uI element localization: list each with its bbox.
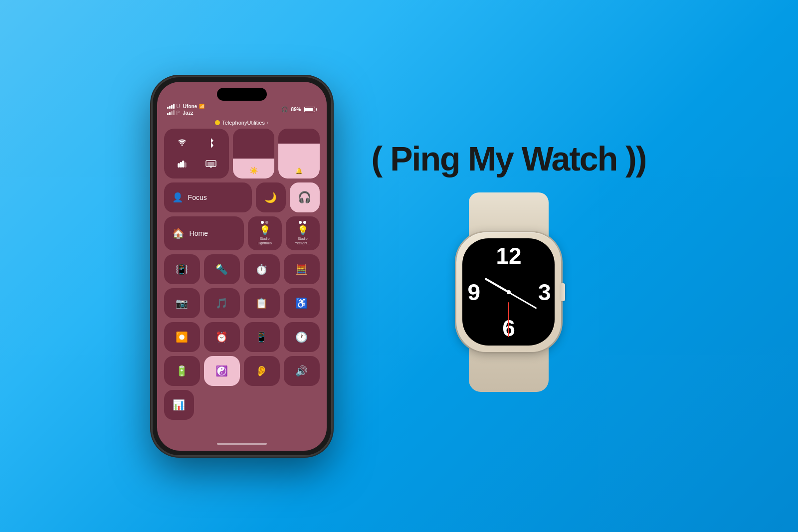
watch-crown [560,283,565,301]
cellular-toggle-icon[interactable] [169,155,195,174]
signal-bars-1 [167,104,175,109]
screen-mirror-icon[interactable] [198,155,224,174]
status-bar: U Ufone 📶 P Jazz [157,101,327,118]
cc-icon-row-3: ⏺️ ⏰ 📱 🕐 [164,322,320,352]
carrier-2-row: P Jazz [167,110,205,116]
telephony-dot-icon [215,120,220,125]
notes-btn[interactable]: 📋 [244,288,280,318]
ping-watch-icon: 📳 [176,263,188,275]
scene: U Ufone 📶 P Jazz [0,0,798,532]
timer-icon: ⏱️ [255,263,268,275]
studio-lightbulb-btn[interactable]: 💡 Studio Lightbulb [248,216,282,250]
svg-rect-6 [207,162,214,166]
screen-record-btn[interactable]: ⏺️ [164,322,200,352]
light-dot-4 [303,221,306,224]
cc-icon-row-2: 📷 🎵 📋 ♿ [164,288,320,318]
light-dots [261,221,268,224]
hearing-btn[interactable]: 👂 [244,356,280,386]
brightness-slider[interactable]: ☀️ [233,129,274,178]
studio-yeelight-label: Studio Yeelight... [295,237,310,245]
timer-btn[interactable]: ⏱️ [244,254,280,284]
studio-yeelight-btn[interactable]: 💡 Studio Yeelight... [286,216,320,250]
carrier-1-label: U [177,104,180,109]
dark-mode-btn[interactable]: ☯️ [204,356,240,386]
battery-icon [304,107,317,112]
home-label: Home [190,229,208,237]
control-center-content: ☀️ 🔔 👤 Focus [157,129,327,439]
svg-rect-1 [178,164,180,167]
signal-bar [169,112,171,115]
svg-rect-3 [182,161,184,167]
dynamic-island [217,88,267,101]
wifi-toggle-icon[interactable] [169,134,195,152]
alarm-btn[interactable]: ⏰ [204,322,240,352]
svg-point-0 [181,145,183,146]
chevron-right-icon: › [267,120,268,125]
music-recognition-btn[interactable]: 📊 [164,390,194,420]
do-not-disturb-btn[interactable]: 🌙 [256,182,286,212]
bluetooth-toggle-icon[interactable] [198,134,224,152]
home-block[interactable]: 🏠 Home [164,216,244,250]
watch-number-3: 3 [538,281,551,304]
screen-record-icon: ⏺️ [176,331,188,343]
shazam-icon: 🎵 [215,297,228,309]
calculator-btn[interactable]: 🧮 [284,254,320,284]
focus-label: Focus [188,193,207,201]
airpods-icon: 🎧 [298,191,311,204]
focus-icon: 👤 [172,192,183,203]
clock-btn[interactable]: 🕐 [284,322,320,352]
notes-icon: 📋 [255,297,268,309]
battery-percent: 89% [291,107,301,112]
svg-rect-4 [185,163,186,167]
headphones-icon: 🎧 [281,106,288,113]
telephony-header[interactable]: TelephonyUtilities › [157,118,327,129]
airpods-btn[interactable]: 🎧 [290,182,320,212]
studio-lightbulb-label: Studio Lightbulb [257,237,271,245]
accessibility-btn[interactable]: ♿ [284,288,320,318]
sound-recognition-btn[interactable]: 🔊 [284,356,320,386]
battery-fill [305,108,313,111]
battery-body [304,107,315,112]
watch-face: 12 9 3 6 [462,238,555,346]
watch-number-9: 9 [467,281,480,304]
iphone-screen: U Ufone 📶 P Jazz [157,82,327,451]
signal-bar [169,106,171,109]
signal-bar [171,105,173,109]
carrier-1-name: Ufone [183,104,197,109]
right-side: ( Ping My Watch )) 12 9 3 6 [372,140,646,392]
carrier-1-row: U Ufone 📶 [167,104,205,109]
second-hand [508,302,509,337]
cc-icon-row-4: 🔋 ☯️ 👂 🔊 [164,356,320,386]
watch-screen: 12 9 3 6 [462,238,555,346]
status-left: U Ufone 📶 P Jazz [167,104,205,116]
ping-title-text: ( Ping My Watch )) [372,140,646,177]
home-icon: 🏠 [172,227,185,239]
shazam-btn[interactable]: 🎵 [204,288,240,318]
remote-btn[interactable]: 📱 [244,322,280,352]
cc-row-2-right: 🌙 🎧 [256,182,320,212]
apple-watch: 12 9 3 6 [424,192,594,392]
remote-icon: 📱 [255,331,268,343]
cc-row-focus: 👤 Focus 🌙 🎧 [164,182,320,212]
connectivity-block[interactable] [164,129,229,178]
light-dots-2 [299,221,306,224]
signal-bar [171,111,173,115]
moon-icon: 🌙 [264,191,277,203]
ping-watch-btn[interactable]: 📳 [164,254,200,284]
flashlight-icon: 🔦 [215,263,228,275]
hour-hand [484,278,509,293]
focus-block[interactable]: 👤 Focus [164,182,252,212]
accessibility-icon: ♿ [295,297,308,309]
flashlight-btn[interactable]: 🔦 [204,254,240,284]
watch-number-12: 12 [496,244,521,267]
sound-recognition-icon: 🔊 [295,365,308,377]
signal-bar [173,110,175,115]
alarm-icon: ⏰ [215,331,228,343]
home-bar [217,443,267,445]
battery-btn[interactable]: 🔋 [164,356,200,386]
battery-status-icon: 🔋 [176,365,188,377]
status-right: 🎧 89% [281,106,317,113]
iphone-wrapper: U Ufone 📶 P Jazz [152,77,332,456]
volume-slider[interactable]: 🔔 [278,129,320,178]
camera-btn[interactable]: 📷 [164,288,200,318]
